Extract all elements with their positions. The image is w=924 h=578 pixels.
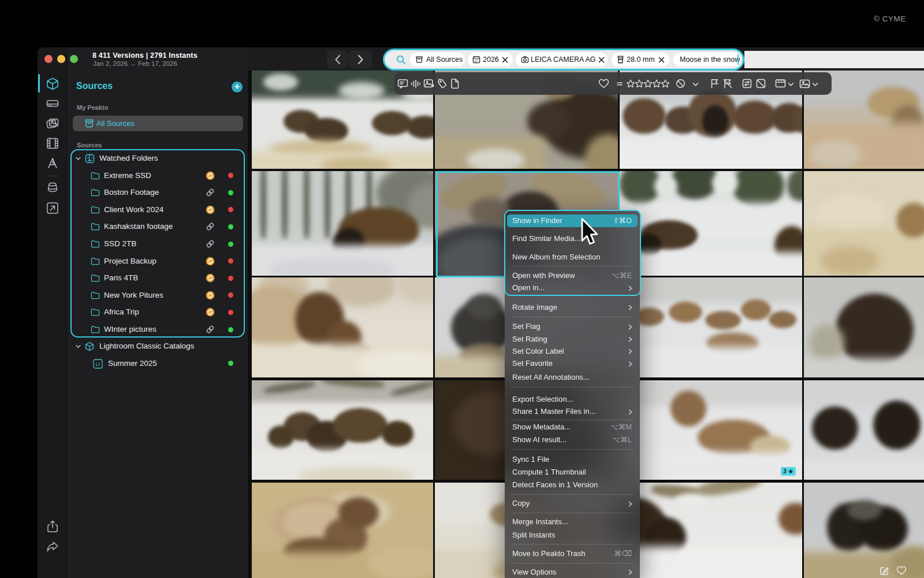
svg-text:Lr: Lr [96,361,100,367]
